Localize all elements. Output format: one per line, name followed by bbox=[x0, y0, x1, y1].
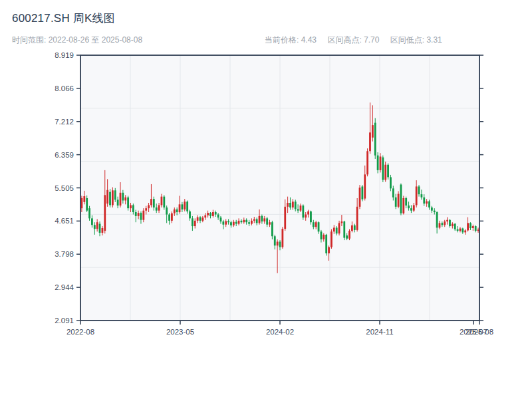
candle bbox=[104, 195, 106, 231]
candle bbox=[253, 219, 255, 221]
candle bbox=[161, 197, 163, 205]
candle bbox=[271, 222, 273, 236]
candle bbox=[423, 198, 425, 203]
candle bbox=[281, 229, 283, 247]
candle bbox=[284, 207, 286, 229]
candle bbox=[477, 229, 479, 231]
stats-row: 当前价格: 4.43 区间高点: 7.70 区间低点: 3.31 bbox=[265, 35, 451, 46]
candle bbox=[472, 226, 474, 228]
candle bbox=[292, 201, 294, 207]
candle bbox=[467, 223, 469, 230]
candle bbox=[380, 156, 382, 170]
page-title: 600217.SH 周K线图 bbox=[12, 11, 115, 26]
candle bbox=[359, 188, 361, 207]
candle bbox=[390, 177, 392, 188]
candle bbox=[130, 205, 132, 209]
candle bbox=[114, 190, 116, 200]
candle bbox=[325, 235, 327, 253]
candle bbox=[302, 205, 304, 217]
y-tick-label: 6.359 bbox=[55, 151, 74, 159]
candle bbox=[354, 225, 356, 230]
candle bbox=[364, 174, 366, 198]
candle bbox=[421, 194, 423, 198]
x-tick-label: 2024-02 bbox=[266, 328, 294, 336]
candle bbox=[145, 208, 147, 211]
candle bbox=[171, 213, 173, 221]
candle bbox=[366, 151, 368, 174]
candle bbox=[405, 198, 407, 205]
candle bbox=[402, 198, 404, 213]
candle bbox=[346, 235, 348, 239]
candle bbox=[444, 221, 446, 225]
candle bbox=[135, 212, 137, 216]
y-tick-label: 2.091 bbox=[55, 317, 74, 325]
candle bbox=[274, 236, 276, 245]
candle bbox=[91, 218, 93, 225]
candle bbox=[212, 212, 214, 216]
candle bbox=[452, 224, 454, 227]
candle bbox=[369, 132, 371, 151]
candle bbox=[163, 197, 165, 207]
candle bbox=[321, 231, 323, 239]
candle bbox=[449, 220, 451, 226]
candle bbox=[158, 205, 160, 211]
candle bbox=[333, 227, 335, 231]
candle bbox=[310, 211, 312, 222]
candle bbox=[387, 165, 389, 178]
candle bbox=[348, 231, 350, 239]
candle bbox=[168, 215, 170, 221]
candle bbox=[416, 186, 418, 205]
x-tick-label: 2023-05 bbox=[166, 328, 194, 336]
y-tick-label: 3.798 bbox=[55, 250, 74, 258]
candle bbox=[179, 204, 181, 212]
candle bbox=[395, 198, 397, 207]
candle bbox=[153, 199, 155, 207]
candle bbox=[336, 227, 338, 233]
candle bbox=[127, 198, 129, 208]
candle bbox=[182, 204, 184, 209]
candle bbox=[88, 208, 90, 218]
candle bbox=[106, 190, 108, 203]
candle bbox=[245, 220, 247, 223]
candle bbox=[142, 211, 144, 220]
candle bbox=[384, 165, 386, 180]
candle bbox=[209, 213, 211, 216]
y-tick-label: 7.212 bbox=[55, 118, 74, 126]
candle bbox=[460, 229, 462, 231]
candle bbox=[227, 221, 229, 222]
candle bbox=[475, 226, 477, 231]
candle bbox=[99, 224, 101, 233]
candle bbox=[132, 205, 134, 213]
candle bbox=[295, 201, 297, 209]
candle bbox=[436, 212, 438, 227]
candle bbox=[351, 225, 353, 231]
candle bbox=[338, 223, 340, 233]
candle bbox=[305, 215, 307, 218]
candle bbox=[413, 205, 415, 211]
stat-range-high: 区间高点: 7.70 bbox=[327, 35, 379, 45]
candle bbox=[215, 212, 217, 215]
candle bbox=[454, 224, 456, 229]
y-tick-label: 4.651 bbox=[55, 217, 74, 225]
candle bbox=[109, 192, 111, 205]
candle bbox=[176, 209, 178, 212]
candle bbox=[259, 216, 261, 223]
candle bbox=[263, 218, 265, 221]
candle bbox=[269, 222, 271, 225]
candle bbox=[462, 229, 464, 233]
candle bbox=[220, 217, 222, 221]
candle bbox=[112, 190, 114, 205]
candle bbox=[186, 201, 188, 211]
candle bbox=[328, 247, 330, 253]
candle bbox=[217, 215, 219, 218]
candle bbox=[400, 185, 402, 213]
candle bbox=[318, 222, 320, 231]
x-tick-label: 2024-11 bbox=[366, 328, 393, 336]
candle bbox=[201, 217, 203, 221]
candle bbox=[230, 222, 232, 225]
candle bbox=[469, 223, 471, 228]
candle bbox=[251, 221, 253, 224]
candle bbox=[374, 123, 376, 156]
candle bbox=[174, 209, 176, 213]
candle bbox=[238, 221, 240, 224]
